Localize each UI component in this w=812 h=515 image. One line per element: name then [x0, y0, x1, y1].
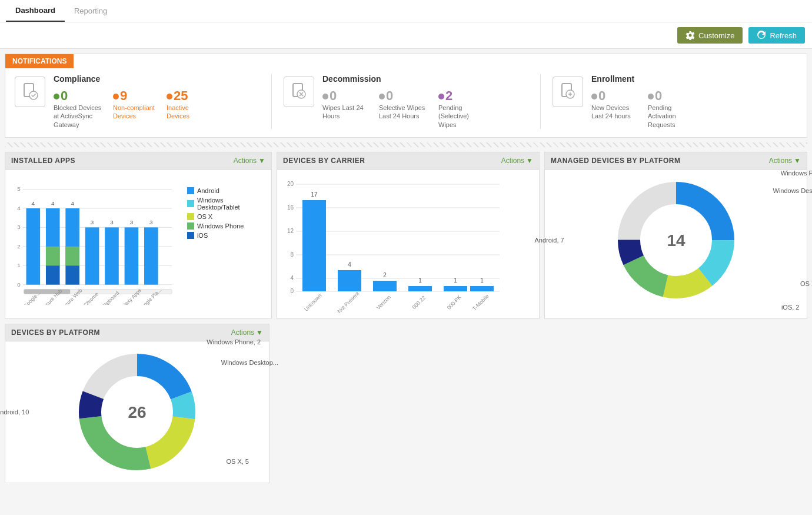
svg-rect-67	[408, 286, 432, 291]
notifications-body: Compliance 0 Blocked Devices at ActiveSy…	[5, 68, 807, 137]
legend-ios: iOS	[187, 232, 267, 239]
compliance-group: Compliance 0 Blocked Devices at ActiveSy…	[15, 74, 272, 129]
managed-label-android: Android, 7	[535, 237, 564, 244]
svg-text:26: 26	[128, 403, 146, 421]
svg-rect-63	[338, 270, 361, 291]
platform-label-windesktop: Windows Desktop...	[221, 359, 278, 366]
enrollment-item-1[interactable]: 0 Pending Activation Requests	[648, 88, 701, 129]
chevron-down-icon-platform: ▼	[256, 328, 263, 337]
chevron-down-icon: ▼	[258, 157, 265, 165]
svg-rect-29	[65, 247, 79, 265]
decommission-item-2[interactable]: 2 Pending (Selective) Wipes	[438, 88, 485, 129]
toolbar: Customize Refresh	[0, 22, 812, 49]
decommission-item-1[interactable]: 0 Selective Wipes Last 24 Hours	[379, 88, 429, 129]
svg-text:1: 1	[480, 277, 484, 284]
compliance-item-1[interactable]: 9 Non-compliant Devices	[113, 88, 157, 129]
platform-label-android: Android, 10	[0, 408, 29, 416]
notifications-section: NOTIFICATIONS Compliance 0 Blocked Devic…	[5, 54, 807, 138]
svg-text:Not Present: Not Present	[337, 290, 361, 314]
decommission-label-2: Pending (Selective) Wipes	[438, 104, 485, 129]
customize-label: Customize	[698, 31, 734, 40]
decommission-count-2: 2	[438, 88, 485, 104]
svg-text:2: 2	[383, 272, 387, 278]
tab-reporting[interactable]: Reporting	[65, 1, 117, 21]
stripe-divider	[5, 142, 807, 147]
svg-text:T-Mobile: T-Mobile	[471, 293, 490, 311]
devices-by-platform-title: DEVICES BY PLATFORM	[11, 328, 100, 337]
tab-dashboard[interactable]: Dashboard	[6, 0, 65, 22]
svg-rect-36	[125, 227, 139, 284]
installed-apps-chart: 5 4 3 2 1 0 4	[10, 175, 184, 305]
devices-by-carrier-chart: 20 16 12 8 4 0 17 4	[282, 175, 505, 317]
compliance-title: Compliance	[54, 74, 208, 84]
svg-text:2: 2	[17, 243, 20, 250]
decommission-count-1: 0	[379, 88, 429, 104]
chevron-down-icon-carrier: ▼	[526, 157, 533, 165]
svg-text:14: 14	[667, 231, 685, 250]
installed-apps-actions[interactable]: Actions ▼	[234, 157, 265, 165]
svg-rect-61	[302, 200, 326, 291]
enrollment-label-0: New Devices Last 24 hours	[591, 104, 638, 121]
svg-rect-65	[373, 281, 397, 291]
managed-devices-title: MANAGED DEVICES BY PLATFORM	[551, 157, 680, 165]
svg-text:1: 1	[17, 262, 20, 268]
enrollment-items: 0 New Devices Last 24 hours 0 Pending Ac…	[591, 88, 701, 129]
svg-text:4: 4	[290, 275, 294, 281]
empty-space	[274, 324, 807, 483]
managed-label-ios: iOS, 2	[781, 304, 800, 311]
legend-color-android	[187, 187, 194, 194]
compliance-count-0: 0	[54, 88, 104, 104]
enrollment-group: Enrollment 0 New Devices Last 24 hours 0…	[553, 74, 797, 129]
chevron-down-icon-managed: ▼	[794, 157, 801, 165]
refresh-button[interactable]: Refresh	[748, 27, 805, 44]
platform-label-winphone: Windows Phone, 2	[207, 338, 261, 345]
devices-by-carrier-actions[interactable]: Actions ▼	[501, 157, 533, 165]
compliance-label-2: Inactive Devices	[167, 104, 208, 121]
svg-text:8: 8	[290, 251, 294, 258]
enrollment-count-1: 0	[648, 88, 701, 104]
managed-devices-panel: MANAGED DEVICES BY PLATFORM Actions ▼	[544, 152, 807, 319]
installed-apps-panel: INSTALLED APPS Actions ▼ 5 4 3 2 1 0	[5, 152, 272, 319]
devices-by-platform-actions[interactable]: Actions ▼	[231, 328, 263, 337]
legend-color-osx	[187, 213, 194, 220]
customize-button[interactable]: Customize	[677, 27, 743, 44]
svg-rect-26	[46, 265, 60, 284]
compliance-item-0[interactable]: 0 Blocked Devices at ActiveSync Gateway	[54, 88, 104, 129]
compliance-icon	[15, 77, 45, 107]
decommission-icon	[284, 77, 314, 107]
svg-text:17: 17	[311, 191, 318, 198]
enrollment-icon	[553, 77, 583, 107]
platform-donut-chart: 26	[72, 347, 202, 477]
managed-devices-actions[interactable]: Actions ▼	[769, 157, 801, 165]
compliance-items: 0 Blocked Devices at ActiveSync Gateway …	[54, 88, 208, 129]
compliance-count-1: 9	[113, 88, 157, 104]
legend-windows-desktop: Windows Desktop/Tablet	[187, 197, 267, 211]
legend-osx: OS X	[187, 213, 267, 220]
legend-color-windows-phone	[187, 222, 194, 230]
svg-rect-22	[26, 208, 41, 285]
svg-text:3: 3	[130, 219, 134, 225]
managed-donut-chart: 14	[611, 175, 741, 305]
installed-apps-header: INSTALLED APPS Actions ▼	[5, 152, 271, 170]
installed-apps-title: INSTALLED APPS	[11, 157, 75, 165]
svg-rect-30	[65, 265, 79, 284]
svg-rect-41	[24, 289, 71, 294]
compliance-label-1: Non-compliant Devices	[113, 104, 157, 121]
svg-text:0: 0	[17, 281, 21, 288]
gear-icon	[685, 31, 695, 40]
svg-rect-34	[105, 227, 119, 284]
svg-rect-71	[470, 286, 494, 291]
decommission-label-1: Selective Wipes Last 24 Hours	[379, 104, 429, 121]
managed-label-winphone: Windows Phone, 1	[781, 170, 812, 177]
enrollment-label-1: Pending Activation Requests	[648, 104, 701, 129]
compliance-item-2[interactable]: 25 Inactive Devices	[167, 88, 208, 129]
svg-text:0: 0	[290, 288, 294, 294]
enrollment-item-0[interactable]: 0 New Devices Last 24 hours	[591, 88, 638, 129]
svg-rect-25	[46, 247, 60, 265]
managed-label-osx: OS X, 2	[800, 280, 812, 287]
decommission-title: Decommission	[322, 74, 485, 84]
decommission-item-0[interactable]: 0 Wipes Last 24 Hours	[322, 88, 370, 129]
svg-text:12: 12	[287, 228, 294, 234]
notifications-header: NOTIFICATIONS	[5, 54, 74, 68]
devices-by-carrier-panel: DEVICES BY CARRIER Actions ▼ 20 16 12 8 …	[277, 152, 540, 319]
